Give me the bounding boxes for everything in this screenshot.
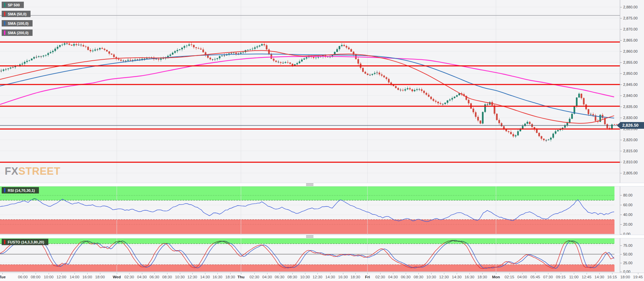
price-axis-tick [620,18,622,18]
price-axis-tick [620,245,622,246]
price-axis-tick [620,254,622,255]
price-axis-tick [620,173,622,173]
time-axis-label: 10:00 [44,275,54,279]
time-axis-label: 14:30 [452,275,462,279]
price-axis-tick [620,96,622,96]
stochastic-indicator-panel[interactable] [0,238,644,273]
rsi-color-bar [4,188,5,192]
time-axis-label: 14:30 [200,275,210,279]
time-axis-tick [612,273,612,274]
price-axis-tick [620,224,622,225]
time-axis-label: 18:00 [95,275,105,279]
price-axis-label: 60.00 [623,203,633,207]
price-axis-tick [620,205,622,205]
time-axis[interactable]: Tue06:0008:0010:0012:0014:0016:0018:00We… [0,273,644,281]
time-axis-label: 08:30 [414,275,424,279]
time-axis-label: 06:00 [18,275,28,279]
time-axis-label: 10:30 [300,275,310,279]
price-axis-tick [620,51,622,52]
time-axis-label: 02:30 [376,275,385,279]
time-axis-label: 08:30 [162,275,172,279]
time-axis-tick [230,273,231,274]
price-chart-canvas [0,0,644,183]
time-axis-label: 06:30 [275,275,285,279]
time-axis-label: 14:00 [70,275,80,279]
time-axis-label: 12:30 [188,275,197,279]
price-axis-tick [620,62,622,63]
time-axis-label: 04:30 [262,275,272,279]
price-axis-label: 80.00 [623,193,633,197]
time-axis-label: 04:30 [388,275,398,279]
legend-sma200-tab[interactable]: SMA (200,0) [2,30,33,36]
price-axis[interactable]: 2,880.002,875.002,870.002,865.002,860.00… [620,0,644,273]
time-axis-label: Fri [365,275,370,279]
time-axis-tick [23,273,23,274]
price-axis-label: 50.00 [623,252,633,256]
price-axis-tick [620,107,622,107]
panel-resize-divider[interactable] [0,183,644,186]
time-axis-label: 07:30 [543,275,553,279]
price-axis-label: 2,815.00 [623,149,638,153]
price-axis-tick [620,162,622,162]
time-axis-label: 06:30 [150,275,159,279]
time-axis-tick [167,273,167,274]
time-axis-label: 04:00 [517,275,527,279]
time-axis-tick [343,273,343,274]
time-axis-tick [431,273,432,274]
symbol-label: SP 500 [8,3,20,7]
time-axis-tick [367,273,368,274]
rsi-indicator-panel[interactable] [0,186,644,235]
time-axis-label: 12:45 [582,275,592,279]
rsi-indicator-tab[interactable]: RSI (14,70,30,1) [2,187,39,193]
drag-handle-icon[interactable] [306,235,313,238]
legend-sma100-tab[interactable]: SMA (100,0) [2,20,33,26]
sma200-color-bar [4,31,5,35]
time-axis-tick [330,273,331,274]
time-axis-tick [254,273,255,274]
time-axis-label: Thu [237,275,244,279]
symbol-legend-tab[interactable]: SP 500 [2,2,24,8]
time-axis-tick [117,273,117,274]
legend-sma50-tab[interactable]: SMA (50,0) [2,11,31,17]
time-axis-tick [561,273,561,274]
time-axis-tick [380,273,381,274]
drag-handle-icon[interactable] [306,183,313,186]
price-axis-label: 2,855.00 [623,60,638,64]
price-axis-tick [620,263,622,263]
time-axis-label: 12:30 [439,275,449,279]
time-axis-label: 19:45 [633,275,643,279]
time-axis-tick [444,273,444,274]
price-axis-tick [620,73,622,74]
time-axis-label: 16:30 [465,275,475,279]
time-axis-label: 16:30 [213,275,222,279]
fxstreet-watermark-logo: FXSTREET [5,166,60,176]
time-axis-label: Tue [0,275,6,279]
stochastic-indicator-tab[interactable]: FUSTO (14,3,3,80,20) [2,239,48,245]
price-chart-panel[interactable] [0,0,644,183]
time-axis-label: 16:15 [607,275,617,279]
time-axis-tick [36,273,36,274]
time-axis-label: 02:30 [250,275,259,279]
trading-chart-app: 2,880.002,875.002,870.002,865.002,860.00… [0,0,644,281]
time-axis-tick [638,273,638,274]
price-axis-label: 2,870.00 [623,27,638,31]
price-axis-label: 2,845.00 [623,82,638,87]
time-axis-label: 14:30 [595,275,604,279]
time-axis-label: 12:30 [313,275,323,279]
time-axis-tick [317,273,318,274]
time-axis-label: 10:30 [175,275,185,279]
time-axis-tick [599,273,600,274]
time-axis-tick [482,273,483,274]
panel-resize-divider[interactable] [0,235,644,238]
time-axis-label: 10:30 [427,275,436,279]
time-axis-tick [192,273,193,274]
price-axis-label: 25.00 [623,261,633,265]
price-axis-label: 20.00 [623,222,633,226]
time-axis-label: 08:00 [31,275,41,279]
time-axis-label: 05:45 [531,275,540,279]
price-axis-label: 2,835.00 [623,105,638,109]
price-axis-tick [620,151,622,151]
rsi-label-text: RSI (14,70,30,1) [8,188,35,192]
sma50-color-bar [4,12,5,16]
time-axis-tick [100,273,100,274]
